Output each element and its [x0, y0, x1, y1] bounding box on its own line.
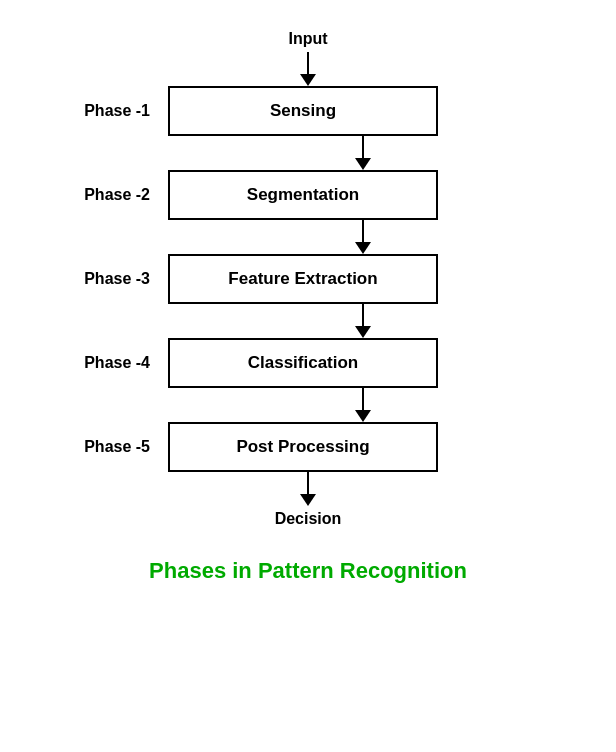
phase-label-3: Phase -3 — [58, 270, 168, 288]
diagram-container: Input Phase -1SensingPhase -2Segmentatio… — [0, 30, 616, 584]
arrow-line — [362, 304, 364, 326]
phase-label-5: Phase -5 — [58, 438, 168, 456]
arrow-between-1 — [168, 136, 558, 170]
phase-box-5: Post Processing — [168, 422, 438, 472]
arrow-head — [355, 326, 371, 338]
phase-row-1: Phase -1Sensing — [58, 86, 558, 136]
arrow-line — [307, 52, 309, 74]
arrow-decision — [300, 472, 316, 506]
arrow-head — [355, 242, 371, 254]
phase-box-4: Classification — [168, 338, 438, 388]
arrow-line — [362, 220, 364, 242]
arrow-between-4 — [168, 388, 558, 422]
phase-label-1: Phase -1 — [58, 102, 168, 120]
phase-box-2: Segmentation — [168, 170, 438, 220]
phase-row-4: Phase -4Classification — [58, 338, 558, 388]
phase-box-3: Feature Extraction — [168, 254, 438, 304]
decision-label: Decision — [275, 510, 342, 528]
arrow-between-2 — [168, 220, 558, 254]
diagram-title: Phases in Pattern Recognition — [149, 558, 467, 584]
arrow-line — [362, 136, 364, 158]
phase-row-3: Phase -3Feature Extraction — [58, 254, 558, 304]
input-label: Input — [288, 30, 327, 48]
arrow-head-decision — [300, 494, 316, 506]
arrow-head — [355, 158, 371, 170]
arrow-line — [362, 388, 364, 410]
arrow-head — [300, 74, 316, 86]
arrow-head — [355, 410, 371, 422]
phase-label-4: Phase -4 — [58, 354, 168, 372]
phase-row-5: Phase -5Post Processing — [58, 422, 558, 472]
arrow-input — [300, 52, 316, 86]
phase-row-2: Phase -2Segmentation — [58, 170, 558, 220]
arrow-line-decision — [307, 472, 309, 494]
arrow-between-3 — [168, 304, 558, 338]
phase-label-2: Phase -2 — [58, 186, 168, 204]
phase-box-1: Sensing — [168, 86, 438, 136]
